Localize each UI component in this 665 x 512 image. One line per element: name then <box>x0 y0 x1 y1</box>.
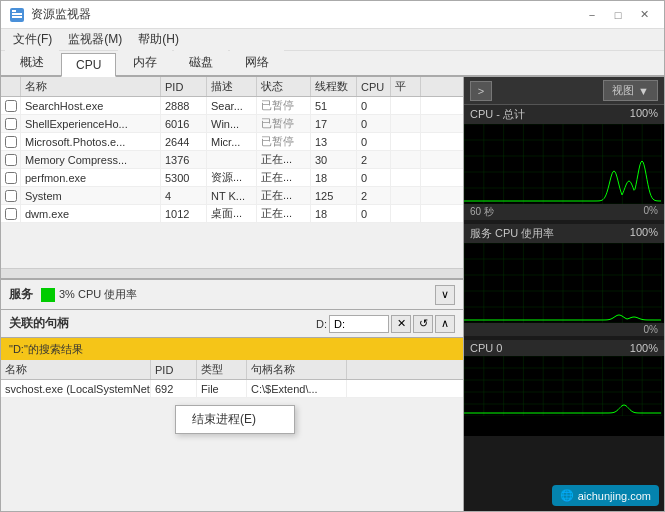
chart-cpu0: CPU 0 100% <box>464 340 664 436</box>
row-avg-3 <box>391 151 421 168</box>
menu-file[interactable]: 文件(F) <box>5 29 60 50</box>
search-input[interactable] <box>329 315 389 333</box>
row-avg-2 <box>391 133 421 150</box>
chart-service-cpu-label-bar: 服务 CPU 使用率 100% <box>464 224 664 243</box>
close-button[interactable]: ✕ <box>632 5 656 25</box>
chart-cpu0-label: CPU 0 <box>470 342 502 354</box>
main-content: 名称 PID 描述 状态 线程数 CPU 平 SearchHost.exe 28… <box>1 77 664 511</box>
left-panel: 名称 PID 描述 状态 线程数 CPU 平 SearchHost.exe 28… <box>1 77 464 511</box>
svg-rect-3 <box>12 10 16 12</box>
tab-overview[interactable]: 概述 <box>5 49 59 75</box>
process-table-header: 名称 PID 描述 状态 线程数 CPU 平 <box>1 77 463 97</box>
horizontal-scrollbar[interactable] <box>1 268 463 278</box>
collapse-handle-button[interactable]: ∧ <box>435 315 455 333</box>
process-row-5[interactable]: System 4 NT K... 正在... 125 2 <box>1 187 463 205</box>
tabs-bar: 概述 CPU 内存 磁盘 网络 <box>1 51 664 77</box>
row-cpu-4: 0 <box>357 169 391 186</box>
nav-back-button[interactable]: > <box>470 81 492 101</box>
process-row-0[interactable]: SearchHost.exe 2888 Sear... 已暂停 51 0 <box>1 97 463 115</box>
th-name[interactable]: 名称 <box>21 77 161 96</box>
process-row-3[interactable]: Memory Compress... 1376 正在... 30 2 <box>1 151 463 169</box>
row-pid-4: 5300 <box>161 169 207 186</box>
row-check-2[interactable] <box>1 133 21 150</box>
menu-monitor[interactable]: 监视器(M) <box>60 29 130 50</box>
menu-help[interactable]: 帮助(H) <box>130 29 187 50</box>
row-name-6: dwm.exe <box>21 205 161 222</box>
window-title: 资源监视器 <box>31 6 91 23</box>
chart-cpu-total: CPU - 总计 100% 60 秒 0% <box>464 105 664 220</box>
row-cpu-6: 0 <box>357 205 391 222</box>
row-check-4[interactable] <box>1 169 21 186</box>
row-desc-1: Win... <box>207 115 257 132</box>
hth-name[interactable]: 名称 <box>1 360 151 379</box>
process-row-2[interactable]: Microsoft.Photos.e... 2644 Micr... 已暂停 1… <box>1 133 463 151</box>
row-cpu-0: 0 <box>357 97 391 114</box>
chart-cpu-total-val: 0% <box>644 205 658 219</box>
watermark-text: aichunjing.com <box>578 490 651 502</box>
row-name-4: perfmon.exe <box>21 169 161 186</box>
chart-service-cpu-pct: 100% <box>630 226 658 241</box>
th-avg[interactable]: 平 <box>391 77 421 96</box>
view-dropdown-icon: ▼ <box>638 85 649 97</box>
row-cpu-1: 0 <box>357 115 391 132</box>
tab-disk[interactable]: 磁盘 <box>174 49 228 75</box>
row-check-1[interactable] <box>1 115 21 132</box>
chart-service-cpu: 服务 CPU 使用率 100% 0% <box>464 224 664 336</box>
row-cpu-5: 2 <box>357 187 391 204</box>
view-button[interactable]: 视图 ▼ <box>603 80 658 101</box>
search-button[interactable]: ↺ <box>413 315 433 333</box>
row-desc-6: 桌面... <box>207 205 257 222</box>
context-menu: 结束进程(E) <box>175 405 295 434</box>
search-result-bar: "D:"的搜索结果 <box>1 338 463 360</box>
tab-memory[interactable]: 内存 <box>118 49 172 75</box>
chart-cpu0-canvas <box>464 356 662 416</box>
handle-row-0[interactable]: svchost.exe (LocalSystemNetw... 692 File… <box>1 380 463 398</box>
title-bar-left: 资源监视器 <box>9 6 91 23</box>
th-threads[interactable]: 线程数 <box>311 77 357 96</box>
main-window: 资源监视器 − □ ✕ 文件(F) 监视器(M) 帮助(H) 概述 CPU 内存… <box>0 0 665 512</box>
handle-type-0: File <box>197 380 247 397</box>
row-check-6[interactable] <box>1 205 21 222</box>
row-threads-5: 125 <box>311 187 357 204</box>
window-icon <box>9 7 25 23</box>
row-pid-6: 1012 <box>161 205 207 222</box>
row-avg-4 <box>391 169 421 186</box>
chart-service-cpu-area <box>464 243 664 323</box>
hth-type[interactable]: 类型 <box>197 360 247 379</box>
row-check-0[interactable] <box>1 97 21 114</box>
chart-cpu-total-pct: 100% <box>630 107 658 122</box>
right-top-bar: > 视图 ▼ <box>464 77 664 105</box>
th-state[interactable]: 状态 <box>257 77 311 96</box>
row-check-5[interactable] <box>1 187 21 204</box>
th-pid[interactable]: PID <box>161 77 207 96</box>
tab-cpu[interactable]: CPU <box>61 53 116 77</box>
hth-handle[interactable]: 句柄名称 <box>247 360 347 379</box>
chart-cpu-total-area <box>464 124 664 204</box>
row-desc-4: 资源... <box>207 169 257 186</box>
service-collapse-button[interactable]: ∨ <box>435 285 455 305</box>
row-desc-5: NT K... <box>207 187 257 204</box>
maximize-button[interactable]: □ <box>606 5 630 25</box>
tab-network[interactable]: 网络 <box>230 49 284 75</box>
handle-table-header: 名称 PID 类型 句柄名称 <box>1 360 463 380</box>
row-check-3[interactable] <box>1 151 21 168</box>
context-menu-end-process[interactable]: 结束进程(E) <box>176 406 294 433</box>
chart-service-cpu-label: 服务 CPU 使用率 <box>470 226 554 241</box>
th-cpu[interactable]: CPU <box>357 77 391 96</box>
process-row-4[interactable]: perfmon.exe 5300 资源... 正在... 18 0 <box>1 169 463 187</box>
row-pid-3: 1376 <box>161 151 207 168</box>
th-check[interactable] <box>1 77 21 96</box>
right-panel: > 视图 ▼ CPU - 总计 100% <box>464 77 664 511</box>
hth-pid[interactable]: PID <box>151 360 197 379</box>
process-row-6[interactable]: dwm.exe 1012 桌面... 正在... 18 0 <box>1 205 463 223</box>
chart-service-cpu-canvas <box>464 243 662 323</box>
process-row-1[interactable]: ShellExperienceHo... 6016 Win... 已暂停 17 … <box>1 115 463 133</box>
th-desc[interactable]: 描述 <box>207 77 257 96</box>
view-label: 视图 <box>612 83 634 98</box>
row-pid-2: 2644 <box>161 133 207 150</box>
chart-cpu-total-canvas <box>464 124 662 204</box>
minimize-button[interactable]: − <box>580 5 604 25</box>
clear-search-button[interactable]: ✕ <box>391 315 411 333</box>
chart-cpu0-pct: 100% <box>630 342 658 354</box>
svg-rect-2 <box>12 16 22 18</box>
